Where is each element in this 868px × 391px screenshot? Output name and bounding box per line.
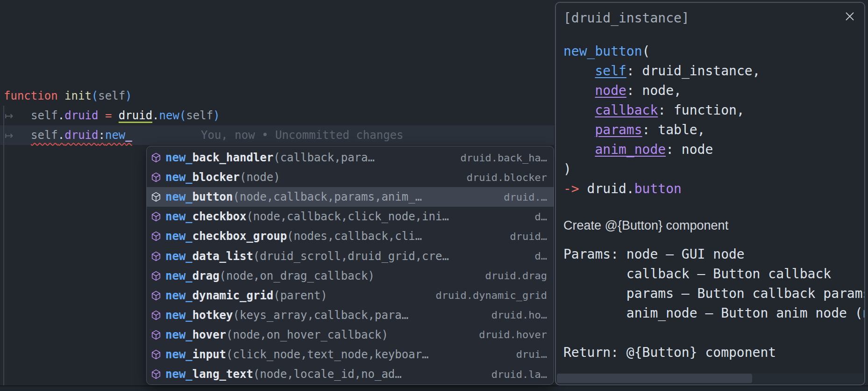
completion-module-label: druid.dynamic_grid [430, 290, 547, 301]
completion-module-label: druid.blocker [461, 172, 547, 183]
completion-item[interactable]: new_checkbox(node,callback,click_node,in… [147, 207, 554, 226]
doc-signature-line: anim_node: node [563, 140, 864, 159]
completion-module-label: druid.back_ha… [455, 152, 547, 164]
completion-item[interactable]: new_checkbox_group(nodes,callback,cli…dr… [147, 226, 554, 246]
code-token [563, 83, 595, 98]
doc-description: Create @{Button} component [563, 216, 864, 235]
doc-signature-line: callback: function, [563, 101, 864, 120]
completion-module-label: druid.… [498, 191, 547, 203]
completion-item[interactable]: new_data_list(druid_scroll,druid_grid,cr… [147, 246, 554, 266]
completion-signature: (node) [240, 171, 280, 184]
completion-signature: (node,on_drag_callback) [220, 269, 375, 282]
error-underlined-code: self.druid:new_ [31, 129, 132, 142]
code-token: : [666, 142, 674, 157]
matched-prefix: new_ [165, 190, 192, 203]
code-line[interactable]: ↦self.druid:new_You, now • Uncommitted c… [4, 125, 220, 145]
completion-name: new_back_handler [165, 151, 273, 164]
cube-icon [151, 271, 161, 281]
completion-name: new_blocker [165, 171, 240, 184]
completion-signature: (keys_array,callback,para… [233, 309, 409, 322]
completion-name: new_button [165, 190, 233, 203]
doc-panel-content: [druid_instance] new_button( self: druid… [563, 8, 864, 362]
code-token: init [64, 89, 92, 102]
matched-prefix: new_ [165, 348, 192, 361]
doc-signature-line: new_button( [563, 42, 864, 61]
git-blame-annotation: You, now • Uncommitted changes [201, 125, 403, 145]
matched-prefix: new_ [165, 210, 192, 223]
completion-item[interactable]: new_blocker(node)druid.blocker [147, 167, 554, 187]
completion-signature: (node,on_hover_callback) [226, 328, 388, 341]
completion-signature: (node,locale_id,no_ad… [253, 368, 402, 381]
completion-signature: (node,callback,click_node,ini… [246, 210, 448, 223]
matched-prefix: new_ [165, 151, 192, 164]
cube-icon [151, 251, 161, 261]
completion-name: new_hotkey [165, 309, 233, 322]
code-token: : [626, 63, 634, 79]
doc-signature-line: self: druid_instance, [563, 61, 864, 81]
completion-signature: (druid_scroll,druid_grid,cre… [253, 250, 449, 263]
completion-item[interactable]: new_hotkey(keys_array,callback,para…drui… [147, 305, 554, 325]
code-token: . [58, 129, 64, 142]
code-token [58, 89, 64, 102]
completion-name: new_input [165, 348, 226, 361]
code-line[interactable]: function init(self) [4, 86, 220, 106]
code-token: node [674, 142, 713, 157]
close-icon[interactable] [845, 11, 855, 22]
cube-icon [151, 211, 161, 222]
doc-scrollbar-thumb[interactable] [557, 374, 752, 383]
code-token: self [186, 109, 213, 122]
cube-icon [151, 330, 161, 340]
code-token [99, 109, 105, 122]
code-token: ) [563, 161, 571, 177]
completion-item[interactable]: new_lang_text(node,locale_id,no_ad…druid… [147, 364, 554, 384]
completion-item[interactable]: new_button(node,callback,params,anim_…dr… [147, 187, 554, 207]
completion-name: new_lang_text [165, 368, 253, 381]
completion-module-label: d… [529, 211, 548, 223]
matched-prefix: new_ [165, 230, 192, 243]
completion-item[interactable]: new_back_handler(callback,para…druid.bac… [147, 148, 554, 167]
code-token: ( [642, 43, 650, 59]
completion-name: new_drag [165, 269, 220, 282]
completion-signature: (node,callback,params,anim_… [233, 190, 422, 203]
cube-icon [151, 192, 161, 202]
completion-module-label: d… [529, 250, 548, 262]
code-token: button [634, 181, 682, 196]
cube-icon [151, 369, 161, 379]
code-token [563, 122, 595, 138]
code-token: self [31, 109, 58, 122]
code-token: self [98, 89, 125, 102]
code-token: function [4, 89, 58, 102]
matched-prefix: new_ [165, 171, 192, 184]
completion-item[interactable]: new_dynamic_grid(parent)druid.dynamic_gr… [147, 286, 554, 305]
doc-signature-line: -> druid.button [563, 179, 864, 199]
indent-guide-line [3, 106, 4, 385]
code-token: params [595, 122, 642, 138]
completion-item[interactable]: new_hover(node,on_hover_callback)druid.h… [147, 325, 554, 345]
doc-panel-title: [druid_instance] [563, 8, 864, 28]
completion-signature: (parent) [273, 289, 327, 302]
code-token: druid [64, 109, 98, 122]
completion-item[interactable]: new_drag(node,on_drag_callback)druid.dra… [147, 266, 554, 286]
matched-prefix: new_ [165, 368, 192, 381]
code-token: node [595, 83, 626, 98]
completion-name: new_dynamic_grid [165, 289, 273, 302]
code-token: -> [563, 181, 579, 196]
code-token: node, [634, 83, 682, 98]
doc-signature-line: ) [563, 159, 864, 179]
doc-horizontal-scrollbar[interactable] [557, 373, 863, 384]
matched-prefix: new_ [165, 269, 192, 282]
code-token: callback [595, 102, 658, 118]
matched-prefix: new_ [165, 309, 192, 322]
completion-module-label: drui… [511, 348, 547, 360]
code-token: druid. [579, 181, 634, 196]
matched-prefix: new_ [165, 289, 192, 302]
completion-module-label: druid.hover [473, 329, 547, 340]
code-token [563, 142, 595, 157]
completion-module-label: druid.la… [486, 369, 547, 380]
completion-item[interactable]: new_input(click_node,text_node,keyboar…d… [147, 345, 554, 364]
code-token: table, [650, 122, 705, 138]
code-editor[interactable]: function init(self)↦self.druid = druid.n… [4, 86, 220, 145]
code-line[interactable]: ↦self.druid = druid.new(self) [4, 106, 220, 125]
doc-signature-line: params: table, [563, 120, 864, 140]
code-token: druid_instance, [634, 63, 761, 79]
